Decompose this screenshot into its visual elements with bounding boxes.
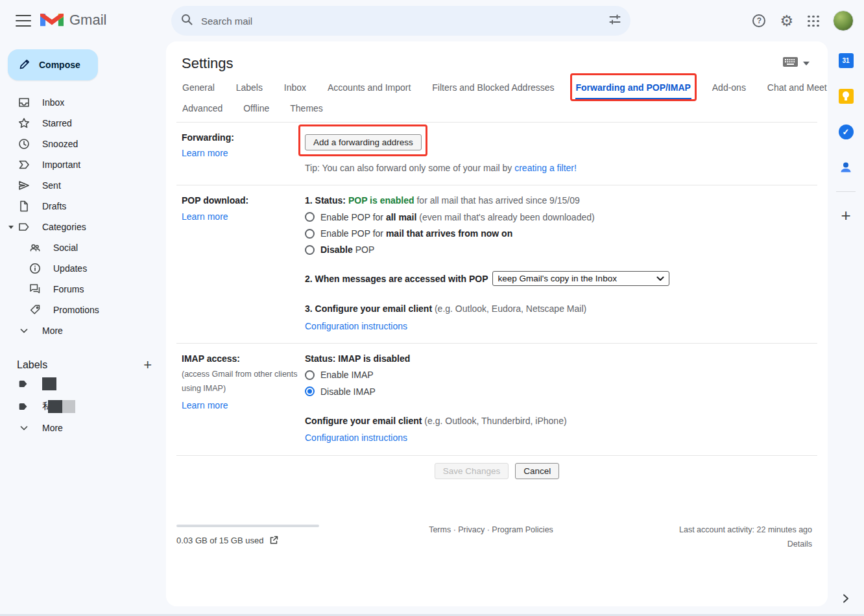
info-icon: [29, 262, 42, 275]
pop-action-select[interactable]: keep Gmail's copy in the Inbox: [492, 271, 669, 286]
page-title: Settings: [182, 55, 234, 72]
search-options-icon[interactable]: [608, 13, 621, 29]
label-row-redacted-2[interactable]: 私: [0, 395, 166, 418]
last-account-activity: Last account activity: 22 minutes ago: [611, 525, 812, 534]
tab-forwarding-pop-imap[interactable]: Forwarding and POP/IMAP: [575, 82, 691, 100]
imap-configure-line: Configure your email client (e.g. Outloo…: [305, 414, 812, 445]
settings-panel: Settings General Labels Inbox Accounts a…: [166, 41, 828, 606]
settings-gear-icon[interactable]: ⚙: [780, 14, 793, 29]
save-changes-button[interactable]: Save Changes: [435, 463, 509, 479]
storage-usage-bar: [176, 525, 319, 527]
label-tag-icon: [18, 401, 29, 412]
draft-file-icon: [18, 200, 30, 213]
pop-status-line: 1. Status: POP is enabled for all mail t…: [305, 194, 812, 207]
gmail-logo[interactable]: Gmail: [40, 10, 106, 30]
categories-icon: [18, 220, 30, 233]
add-label-icon[interactable]: +: [143, 358, 152, 372]
pop-download-section: POP download: Learn more 1. Status: POP …: [166, 185, 828, 343]
pop-label: POP download:: [182, 194, 305, 207]
radio-selected-icon[interactable]: [305, 386, 315, 396]
sidebar-item-forums[interactable]: Forums: [0, 279, 166, 300]
label-row-redacted-1[interactable]: [0, 372, 166, 395]
tab-inbox[interactable]: Inbox: [283, 82, 307, 100]
radio-enable-imap[interactable]: Enable IMAP: [305, 368, 812, 381]
tab-accounts-and-import[interactable]: Accounts and Import: [327, 82, 411, 100]
add-forwarding-address-button[interactable]: Add a forwarding address: [305, 134, 422, 150]
gmail-m-icon: [40, 10, 64, 30]
pop-when-label: 2. When messages are accessed with POP: [305, 272, 488, 285]
settings-footer: 0.03 GB of 15 GB used Terms · Privacy · …: [166, 522, 828, 549]
settings-tabs-row2: Advanced Offline Themes: [166, 100, 828, 122]
radio-icon[interactable]: [305, 229, 315, 239]
imap-status-line: Status: IMAP is disabled: [305, 352, 812, 365]
forwarding-learn-more-link[interactable]: Learn more: [182, 148, 228, 158]
redacted-label-text: [48, 400, 62, 413]
tab-offline[interactable]: Offline: [243, 103, 270, 113]
sidebar-item-more[interactable]: More: [0, 320, 166, 341]
sidebar-item-updates[interactable]: Updates: [0, 258, 166, 279]
sidebar-item-important[interactable]: Important: [0, 154, 166, 175]
storage-usage-link[interactable]: 0.03 GB of 15 GB used: [176, 536, 371, 545]
sidebar-item-inbox[interactable]: Inbox: [0, 92, 166, 113]
tab-general[interactable]: General: [182, 82, 215, 100]
expand-caret-icon[interactable]: [8, 226, 14, 229]
activity-details-link[interactable]: Details: [611, 539, 812, 549]
radio-icon[interactable]: [305, 245, 315, 255]
chevron-down-icon: [18, 324, 30, 337]
sidebar-item-promotions[interactable]: Promotions: [0, 300, 166, 320]
imap-configuration-instructions-link[interactable]: Configuration instructions: [305, 431, 407, 444]
help-icon[interactable]: ?: [752, 14, 765, 27]
radio-icon[interactable]: [305, 370, 315, 380]
tab-filters[interactable]: Filters and Blocked Addresses: [431, 82, 555, 100]
send-icon: [18, 179, 30, 192]
right-side-panel: 31 ✓ +: [828, 41, 864, 616]
imap-label: IMAP access:: [182, 352, 305, 365]
compose-button[interactable]: Compose: [8, 49, 98, 80]
sidebar-item-sent[interactable]: Sent: [0, 175, 166, 196]
creating-a-filter-link[interactable]: creating a filter!: [514, 163, 577, 173]
radio-disable-imap[interactable]: Disable IMAP: [305, 385, 812, 398]
pop-learn-more-link[interactable]: Learn more: [182, 211, 228, 222]
calendar-icon[interactable]: 31: [838, 53, 854, 68]
imap-learn-more-link[interactable]: Learn more: [182, 400, 228, 410]
radio-disable-pop[interactable]: Disable POP: [305, 243, 812, 256]
labels-heading: Labels: [17, 359, 47, 371]
search-input[interactable]: [201, 16, 608, 27]
tag-icon: [29, 303, 42, 316]
cancel-button[interactable]: Cancel: [515, 463, 559, 479]
tab-labels[interactable]: Labels: [235, 82, 263, 100]
topbar-actions: ? ⚙: [752, 0, 858, 41]
tasks-icon[interactable]: ✓: [838, 124, 854, 139]
gmail-settings-screen: Gmail ? ⚙: [0, 0, 864, 616]
tab-themes[interactable]: Themes: [289, 103, 324, 113]
radio-icon[interactable]: [305, 212, 315, 222]
chevron-down-icon: [18, 421, 30, 434]
radio-enable-pop-all-mail[interactable]: Enable POP for all mail (even mail that'…: [305, 211, 812, 224]
brand-name: Gmail: [69, 12, 106, 29]
search-bar[interactable]: [171, 6, 630, 36]
contacts-icon[interactable]: [838, 160, 854, 175]
labels-more[interactable]: More: [0, 418, 166, 438]
sidebar-item-snoozed[interactable]: Snoozed: [0, 134, 166, 154]
sidebar-item-drafts[interactable]: Drafts: [0, 196, 166, 217]
sidebar-item-categories[interactable]: Categories: [0, 217, 166, 237]
search-icon[interactable]: [180, 13, 193, 29]
hamburger-menu-icon[interactable]: [16, 15, 31, 27]
tab-advanced[interactable]: Advanced: [182, 103, 223, 113]
keep-icon[interactable]: [838, 88, 854, 104]
terms-privacy-policies-links[interactable]: Terms · Privacy · Program Policies: [371, 522, 611, 549]
tab-add-ons[interactable]: Add-ons: [712, 82, 747, 100]
pop-configuration-instructions-link[interactable]: Configuration instructions: [305, 320, 407, 333]
tab-chat-and-meet[interactable]: Chat and Meet: [767, 82, 828, 100]
get-add-ons-icon[interactable]: +: [841, 207, 850, 224]
pop-when-row: 2. When messages are accessed with POP k…: [305, 271, 812, 286]
sidebar-item-starred[interactable]: Starred: [0, 113, 166, 134]
radio-enable-pop-from-now-on[interactable]: Enable POP for mail that arrives from no…: [305, 227, 812, 240]
imap-sublabel: (access Gmail from other clients using I…: [182, 368, 298, 396]
account-avatar[interactable]: [833, 10, 854, 31]
sidebar-item-social[interactable]: Social: [0, 237, 166, 258]
collapse-panel-chevron-icon[interactable]: [843, 594, 849, 606]
label-text-fragment: 私: [42, 401, 48, 412]
input-tools-selector[interactable]: [783, 57, 810, 70]
google-apps-icon[interactable]: [808, 16, 819, 27]
